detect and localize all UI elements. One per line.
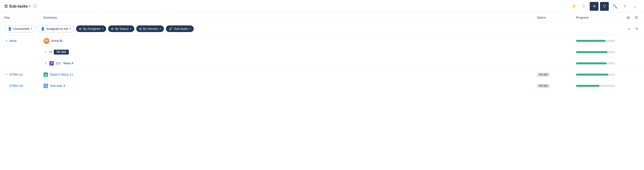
assigned-chevron: ▾ — [70, 28, 71, 30]
todo-badge: TO DO — [54, 50, 69, 54]
version-icon: ✦ — [50, 61, 54, 66]
story-icon-stma11: ▲ — [44, 72, 48, 77]
filter-bar: 👤 Unresolved ▾ 👤 Assigned to me ▾ ⊞ By A… — [0, 22, 644, 35]
summary-stma11: Team A Story 11 — [50, 73, 73, 76]
by-version-filter[interactable]: ⊞ By Version ▾ — [136, 26, 164, 32]
progress-bar-fill-todo — [576, 51, 607, 53]
search-button[interactable]: 🔍 — [610, 2, 619, 11]
row-summary-todo-group: ▾ ⧉ TO DO — [44, 50, 537, 54]
columns-button[interactable]: ⦀ — [620, 2, 629, 11]
row-key-anna: ▾ anna — [4, 39, 44, 43]
progress-bar-fill-stma11 — [576, 74, 608, 76]
column-headers: Key Summary Status Progress ⊕ ⚙ — [0, 13, 644, 22]
progress-bar-fill-version — [576, 62, 606, 64]
table-row: ▾ ⧉ TO DO — [0, 46, 644, 58]
branch-icon: ⧉ — [50, 50, 52, 54]
info-icon[interactable]: ⓘ — [33, 4, 37, 9]
row-summary-stma11: ▲ Team A Story 11 — [44, 72, 537, 77]
col-header-actions: ⊕ ⚙ — [625, 14, 640, 21]
row-status-stma11: TO DO — [537, 73, 576, 76]
toggle-todo-group[interactable]: ▾ — [44, 50, 48, 54]
progress-bar-wrap-anna — [576, 40, 615, 42]
table-row: ▾ STMA-11 ▲ Team A Story 11 TO DO — [0, 69, 644, 80]
key-link-stma19[interactable]: STMA-19 — [9, 84, 23, 88]
star-button[interactable]: ✩ — [580, 2, 588, 11]
layers-button[interactable]: ≡ — [590, 2, 598, 11]
row-summary-version: ▾ ✦ 2.0 - Team A — [44, 61, 537, 66]
subtasks-list-icon: ☰ — [4, 4, 8, 8]
subtasks-filter[interactable]: 🔗 Sub-tasks ▾ — [166, 26, 194, 32]
toggle-stma11[interactable]: ▾ — [4, 73, 8, 76]
by-assignee-icon: ⊞ — [79, 27, 82, 30]
assigned-to-me-icon: 👤 — [41, 27, 45, 30]
table-body: ▾ anna AM Anna M. ▾ ⧉ TO DO — [0, 35, 644, 92]
unresolved-filter[interactable]: 👤 Unresolved ▾ — [4, 25, 36, 32]
subtasks-chevron: ▾ — [190, 28, 191, 30]
header-chevron[interactable]: ▾ — [29, 5, 30, 8]
toggle-anna[interactable]: ▾ — [4, 39, 8, 43]
status-badge-stma11: TO DO — [537, 73, 550, 76]
by-assignee-label: By Assignee — [83, 27, 100, 30]
by-status-chevron: ▾ — [130, 28, 131, 30]
row-key-stma19: STMA-19 — [4, 84, 44, 88]
key-link-stma11[interactable]: STMA-11 — [9, 73, 23, 76]
expand-button[interactable]: ⌄ — [631, 2, 640, 11]
add-column-button[interactable]: ⊕ — [625, 14, 632, 21]
row-summary-stma19: ◫ Sub-task 3 — [44, 84, 537, 88]
row-progress-stma11 — [576, 74, 625, 76]
progress-bar-fill-stma19 — [576, 85, 600, 87]
summary-anna: Anna M. — [51, 39, 63, 42]
unresolved-label: Unresolved — [13, 27, 29, 30]
assigned-to-me-filter[interactable]: 👤 Assigned to me ▾ — [38, 25, 74, 32]
row-progress-version — [576, 62, 625, 64]
row-key-stma11: ▾ STMA-11 — [4, 73, 44, 76]
header-right: ⚡ ✩ ≡ ▽ 🔍 ⦀ ⌄ — [569, 2, 640, 11]
toggle-version[interactable]: ▾ — [44, 62, 48, 65]
progress-bar-wrap-version — [576, 62, 615, 64]
summary-stma19: Sub-task 3 — [50, 84, 65, 88]
row-summary-anna: AM Anna M. — [44, 38, 537, 44]
progress-bar-fill-anna — [576, 40, 605, 42]
row-progress-anna — [576, 40, 625, 42]
row-progress-stma19 — [576, 85, 625, 87]
filter-bar-right: ∧ ✕ — [626, 26, 640, 32]
lightning-button[interactable]: ⚡ — [569, 2, 578, 11]
table-row: ▾ ✦ 2.0 - Team A — [0, 58, 644, 69]
filter-button[interactable]: ▽ — [600, 2, 609, 11]
by-assignee-chevron: ▾ — [102, 28, 103, 30]
col-header-progress: Progress — [576, 16, 625, 19]
table-row: STMA-19 ◫ Sub-task 3 TO DO — [0, 80, 644, 92]
close-filter-button[interactable]: ✕ — [634, 26, 640, 32]
by-assignee-filter[interactable]: ⊞ By Assignee ▾ — [76, 26, 106, 32]
by-status-filter[interactable]: ⊞ By Status ▾ — [108, 26, 134, 32]
header-left: ☰ Sub-tasks ▾ ⓘ — [4, 4, 37, 9]
by-status-icon: ⊞ — [111, 27, 114, 30]
subtasks-link-icon: 🔗 — [169, 27, 172, 30]
header-title-text: Sub-tasks — [9, 4, 28, 8]
summary-version: 2.0 - Team A — [56, 62, 74, 65]
subtask-icon-stma19: ◫ — [44, 84, 48, 88]
row-progress-todo-group — [576, 51, 625, 53]
progress-bar-wrap-stma19 — [576, 85, 615, 87]
header-title[interactable]: ☰ Sub-tasks ▾ — [4, 4, 30, 8]
col-header-summary: Summary — [44, 16, 537, 19]
col-header-key: Key — [4, 16, 44, 19]
by-status-label: By Status — [115, 27, 129, 30]
settings-button[interactable]: ⚙ — [633, 14, 640, 21]
by-version-chevron: ▾ — [160, 28, 161, 30]
unresolved-chevron: ▾ — [31, 28, 32, 30]
table-row: ▾ anna AM Anna M. — [0, 35, 644, 46]
assigned-to-me-label: Assigned to me — [46, 27, 68, 30]
progress-bar-wrap-stma11 — [576, 74, 615, 76]
header-bar: ☰ Sub-tasks ▾ ⓘ ⚡ ✩ ≡ ▽ 🔍 ⦀ ⌄ — [0, 0, 644, 13]
progress-bar-wrap-todo — [576, 51, 615, 53]
collapse-button[interactable]: ∧ — [626, 26, 632, 32]
status-badge-stma19: TO DO — [537, 84, 550, 88]
row-status-stma19: TO DO — [537, 84, 576, 88]
key-link-anna[interactable]: anna — [9, 39, 16, 42]
unresolved-icon: 👤 — [8, 27, 12, 30]
subtasks-label: Sub-tasks — [174, 27, 188, 30]
by-version-icon: ⊞ — [139, 27, 142, 30]
col-header-status: Status — [537, 16, 576, 19]
avatar-anna: AM — [44, 38, 50, 44]
